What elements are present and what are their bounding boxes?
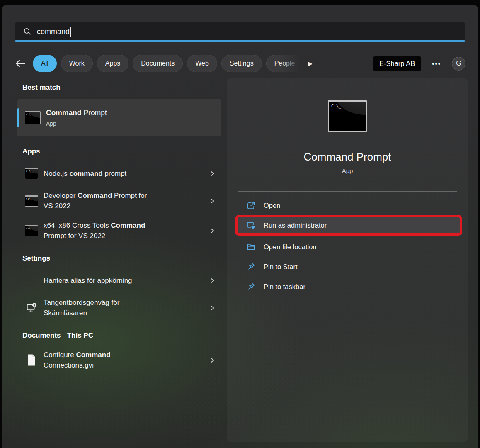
item-label: Node.js command prompt [44, 168, 156, 179]
label-bold: Command [76, 351, 110, 359]
account-area: E-Sharp AB ••• G [373, 56, 465, 71]
org-badge[interactable]: E-Sharp AB [373, 56, 421, 71]
results-list: Best match C:\_ Command Prompt App Apps … [17, 78, 221, 443]
action-label: Run as administrator [264, 222, 327, 229]
tab-people[interactable]: People [266, 55, 303, 72]
divider [238, 191, 457, 192]
search-icon [23, 27, 32, 36]
action-label: Open file location [264, 243, 317, 251]
command-prompt-icon: C:\_ [25, 168, 38, 179]
best-match-text: Command Prompt App [46, 109, 107, 127]
search-flyout: command All Work Apps Documents Web Sett… [2, 5, 478, 448]
section-header-settings: Settings [22, 254, 221, 263]
best-match-item[interactable]: C:\_ Command Prompt App [17, 99, 221, 136]
tab-documents-label: Documents [141, 60, 175, 67]
tab-all-label: All [41, 60, 48, 67]
tab-all[interactable]: All [33, 55, 57, 72]
tab-work[interactable]: Work [61, 55, 93, 72]
results-area: Best match C:\_ Command Prompt App Apps … [17, 78, 478, 443]
tab-web-label: Web [195, 60, 209, 67]
search-input[interactable]: command [15, 22, 465, 41]
action-label: Pin to Start [264, 263, 298, 271]
chevron-right-icon[interactable] [209, 277, 216, 284]
narrator-settings-icon [26, 302, 37, 314]
tabs-overflow-icon[interactable]: ▶ [308, 60, 313, 67]
item-icon-box [25, 354, 38, 366]
list-item-tangentbordsgenvag[interactable]: Tangentbordsgenväg för Skärmläsaren [17, 295, 221, 321]
tab-documents[interactable]: Documents [133, 55, 183, 72]
item-icon-box: C:\_ [25, 195, 38, 207]
label-bold: Command [111, 222, 145, 229]
item-label: x64_x86 Cross Tools Command Prompt for V… [44, 220, 156, 241]
search-query-text: command [37, 27, 70, 36]
list-item-developer-command-prompt[interactable]: C:\_ Developer Command Prompt for VS 202… [17, 188, 221, 214]
item-label: Tangentbordsgenväg för Skärmläsaren [44, 297, 156, 318]
label-pre: Configure [44, 351, 76, 359]
list-item-nodejs-command-prompt[interactable]: C:\_ Node.js command prompt [17, 163, 221, 184]
best-match-title-rest: Prompt [82, 109, 107, 117]
best-match-title-bold: Command [46, 109, 82, 117]
document-icon [27, 354, 36, 366]
text-cursor [70, 27, 71, 37]
item-icon-box: C:\_ [25, 167, 38, 180]
command-prompt-icon: C:\_ [25, 225, 38, 236]
action-open[interactable]: Open [238, 197, 460, 213]
label-post: Prompt for VS 2022 [44, 232, 105, 240]
best-match-subtitle: App [46, 120, 107, 127]
label-pre: x64_x86 Cross Tools [44, 222, 111, 229]
action-pin-to-start[interactable]: Pin to Start [238, 259, 460, 275]
item-label: Configure Command Connections.gvi [44, 350, 156, 370]
back-arrow-icon [15, 59, 26, 68]
label-bold: command [69, 170, 102, 178]
tab-web[interactable]: Web [187, 55, 217, 72]
cmd-icon-text: C:\_ [26, 170, 32, 173]
label-post: prompt [103, 170, 127, 178]
item-icon-box [25, 274, 38, 287]
item-label: Developer Command Prompt for VS 2022 [44, 190, 156, 211]
cmd-icon-text: C:\_ [26, 227, 32, 230]
preview-app-title: Command Prompt [227, 151, 468, 163]
preview-app-type: App [227, 167, 468, 174]
label-pre: Node.js [44, 170, 69, 178]
chevron-right-icon[interactable] [209, 304, 216, 312]
action-list: Open Run as administrator [238, 197, 460, 295]
run-as-admin-shield-icon [246, 221, 256, 230]
tab-people-label: People [274, 60, 295, 67]
list-item-hantera-alias[interactable]: Hantera alias för appkörning [17, 270, 221, 291]
item-label: Hantera alias för appkörning [44, 275, 156, 286]
label-bold: Command [78, 192, 112, 200]
action-run-as-administrator[interactable]: Run as administrator [238, 217, 460, 233]
folder-icon [246, 242, 256, 252]
avatar[interactable]: G [452, 57, 465, 71]
filter-tabs: All Work Apps Documents Web Settings Peo… [33, 55, 303, 72]
list-item-configure-command-connections[interactable]: Configure Command Connections.gvi [17, 347, 221, 373]
best-match-title: Command Prompt [46, 109, 107, 117]
tab-apps-label: Apps [105, 60, 120, 67]
action-open-file-location[interactable]: Open file location [238, 239, 460, 255]
chevron-right-icon[interactable] [209, 197, 216, 205]
tab-work-label: Work [69, 60, 85, 67]
open-external-icon [246, 201, 256, 210]
chevron-right-icon[interactable] [209, 357, 216, 364]
label-pre: Developer [44, 192, 78, 200]
preview-pane: C:\_ Command Prompt App O [227, 78, 468, 442]
tab-apps[interactable]: Apps [97, 55, 128, 72]
cmd-icon-text: C:\_ [26, 197, 32, 200]
back-button[interactable] [15, 59, 26, 68]
cmd-icon-text: C:\_ [26, 113, 32, 116]
action-pin-to-taskbar[interactable]: Pin to taskbar [238, 279, 460, 295]
tab-settings[interactable]: Settings [221, 55, 262, 72]
label-post: Tangentbordsgenväg för Skärmläsaren [44, 299, 119, 317]
chevron-right-icon[interactable] [209, 170, 216, 177]
chevron-right-icon[interactable] [209, 227, 216, 234]
more-options-icon[interactable]: ••• [432, 60, 441, 67]
pin-icon [246, 262, 256, 272]
tab-settings-label: Settings [230, 60, 254, 67]
filter-bar: All Work Apps Documents Web Settings Peo… [15, 54, 465, 73]
action-label: Pin to taskbar [264, 283, 305, 291]
command-prompt-icon: C:\_ [25, 111, 41, 124]
avatar-initial: G [456, 60, 461, 67]
section-header-best-match: Best match [22, 83, 221, 92]
pin-icon [246, 282, 256, 292]
list-item-x64-cross-tools-command-prompt[interactable]: C:\_ x64_x86 Cross Tools Command Prompt … [17, 218, 221, 243]
